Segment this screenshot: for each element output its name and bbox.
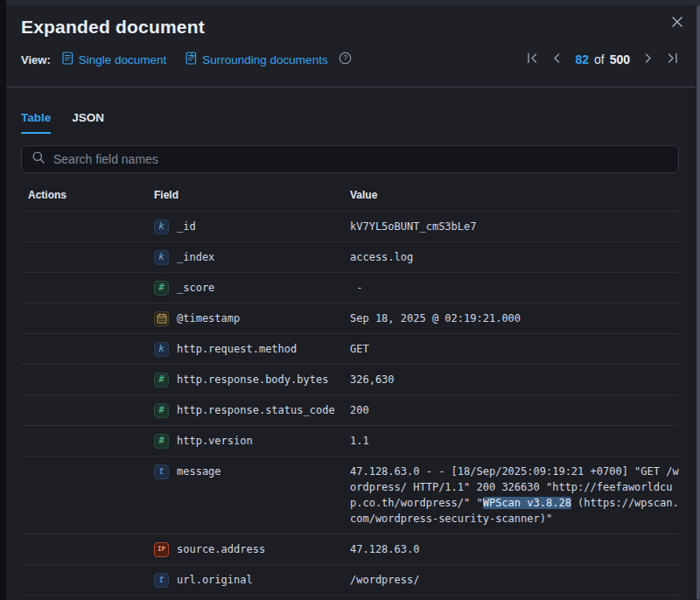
keyword-type-icon: k	[154, 250, 169, 265]
table-row: k_idkV7YL5oBUNT_cmS3bLe7	[21, 211, 679, 241]
row-actions-cell[interactable]	[21, 212, 154, 241]
view-label: View:	[21, 53, 51, 66]
total-pages: 500	[610, 52, 630, 66]
single-document-link[interactable]: Single document	[62, 52, 167, 67]
ip-type-icon: IP	[154, 542, 169, 557]
documents-icon	[186, 52, 197, 67]
field-value: kV7YL5oBUNT_cmS3bLe7	[350, 212, 679, 241]
field-value: 326,630	[350, 365, 679, 394]
table-row: tmessage47.128.63.0 - - [18/Sep/2025:09:…	[21, 456, 679, 534]
row-actions-cell[interactable]	[21, 395, 154, 425]
field-name: http.request.method	[177, 341, 297, 357]
scrollbar-thumb[interactable]	[696, 5, 700, 600]
field-name: http.response.status_code	[177, 402, 335, 418]
search-input[interactable]	[53, 152, 668, 166]
row-actions-cell[interactable]	[21, 426, 154, 456]
column-header-actions: Actions	[21, 189, 154, 201]
row-actions-cell[interactable]	[21, 534, 154, 564]
field-name: source.address	[177, 541, 265, 557]
number-type-icon: #	[154, 434, 169, 449]
tabs: Table JSON	[21, 111, 679, 134]
chevron-right-icon	[641, 52, 654, 67]
flyout-body: Table JSON Actions Field Value k_idkV7YL…	[6, 87, 700, 596]
row-field-cell: turl.original	[154, 565, 350, 595]
row-actions-cell[interactable]	[21, 457, 154, 534]
help-button[interactable]: ?	[339, 52, 352, 67]
search-highlight: WPScan v3.8.28	[483, 497, 571, 509]
page-counter: 82 of 500	[575, 52, 630, 66]
table-row: IPsource.address47.128.63.0	[21, 534, 679, 564]
close-icon	[671, 16, 683, 31]
row-actions-cell[interactable]	[21, 565, 154, 595]
of-label: of	[594, 52, 605, 66]
chevron-left-icon	[550, 52, 564, 67]
first-page-button[interactable]	[526, 52, 539, 67]
field-value: access.log	[350, 242, 679, 272]
view-row: View: Single document Surrounding docume…	[21, 52, 679, 67]
field-name: _index	[177, 249, 214, 265]
search-box	[21, 145, 679, 173]
table-row: #http.response.body.bytes326,630	[21, 364, 679, 394]
row-actions-cell[interactable]	[21, 334, 154, 364]
row-actions-cell[interactable]	[21, 303, 154, 333]
last-page-icon	[666, 52, 679, 67]
help-icon: ?	[339, 52, 352, 67]
field-value: /wordpress/	[350, 565, 679, 595]
table-row: #http.response.status_code200	[21, 394, 679, 425]
field-value: 47.128.63.0	[350, 534, 679, 564]
page-title: Expanded document	[21, 17, 679, 38]
keyword-type-icon: k	[154, 342, 169, 357]
row-field-cell: #_score	[154, 273, 350, 303]
table-row: turl.original/wordpress/	[21, 564, 679, 596]
row-actions-cell[interactable]	[21, 273, 154, 303]
pagination: 82 of 500	[526, 52, 679, 67]
row-field-cell: @timestamp	[154, 303, 350, 333]
flyout-header: Expanded document View: Single document …	[6, 5, 700, 87]
field-name: http.response.body.bytes	[177, 372, 328, 387]
field-value: Sep 18, 2025 @ 02:19:21.000	[350, 303, 679, 333]
last-page-button[interactable]	[666, 52, 679, 67]
surrounding-documents-link[interactable]: Surrounding documents	[186, 52, 327, 67]
document-icon	[62, 52, 74, 67]
row-field-cell: #http.version	[154, 426, 350, 456]
table-row: #_score -	[21, 272, 679, 303]
previous-page-button[interactable]	[550, 52, 564, 67]
row-field-cell: khttp.request.method	[154, 334, 350, 364]
number-type-icon: #	[154, 403, 169, 418]
row-field-cell: tmessage	[154, 457, 350, 534]
field-value: 47.128.63.0 - - [18/Sep/2025:09:19:21 +0…	[350, 457, 679, 534]
expanded-document-flyout: Expanded document View: Single document …	[6, 5, 700, 600]
row-field-cell: #http.response.status_code	[154, 395, 350, 425]
field-name: _score	[177, 280, 214, 296]
surrounding-documents-label: Surrounding documents	[202, 53, 327, 66]
table-row: k_indexaccess.log	[21, 241, 679, 272]
field-table: Actions Field Value k_idkV7YL5oBUNT_cmS3…	[21, 185, 679, 596]
current-page[interactable]: 82	[575, 52, 589, 66]
tab-table[interactable]: Table	[21, 111, 51, 134]
scrollbar[interactable]	[696, 5, 700, 600]
field-value: -	[350, 273, 679, 303]
field-value: 1.1	[350, 426, 679, 456]
field-name: http.version	[177, 433, 253, 449]
column-header-value: Value	[350, 189, 679, 201]
table-row: #http.version1.1	[21, 425, 679, 456]
date-type-icon	[154, 311, 169, 326]
first-page-icon	[526, 52, 539, 67]
number-type-icon: #	[154, 281, 169, 296]
search-icon	[32, 150, 46, 168]
field-name: url.original	[177, 572, 253, 588]
field-value: 200	[350, 395, 679, 425]
row-field-cell: k_index	[154, 242, 350, 272]
next-page-button[interactable]	[641, 52, 654, 67]
close-button[interactable]	[667, 12, 688, 33]
svg-text:?: ?	[343, 53, 347, 62]
text-type-icon: t	[154, 464, 169, 479]
keyword-type-icon: k	[154, 220, 169, 234]
row-actions-cell[interactable]	[21, 242, 154, 272]
field-name: _id	[177, 219, 196, 234]
number-type-icon: #	[154, 373, 169, 387]
row-field-cell: IPsource.address	[154, 534, 350, 564]
row-actions-cell[interactable]	[21, 365, 154, 394]
text-type-icon: t	[154, 573, 169, 588]
tab-json[interactable]: JSON	[72, 111, 104, 134]
